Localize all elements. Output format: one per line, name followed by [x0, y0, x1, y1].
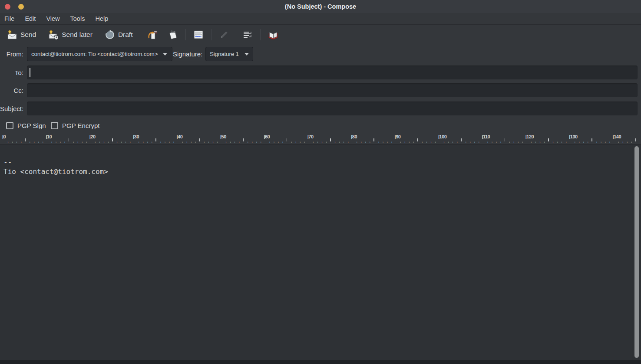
ruler-tick: ,	[409, 138, 410, 143]
ruler-tick: ,	[300, 138, 301, 143]
send-envelope-icon	[7, 30, 17, 40]
wrap-lines-button[interactable]	[239, 28, 256, 42]
ruler-tick: ,	[278, 138, 279, 143]
send-later-button[interactable]: Send later	[45, 28, 96, 42]
to-input[interactable]	[27, 66, 638, 79]
ruler-tick	[112, 138, 113, 141]
send-later-button-label: Send later	[62, 31, 93, 39]
ruler-tick: ,	[142, 138, 144, 143]
ruler-tick: |0	[2, 134, 6, 139]
vertical-scrollbar[interactable]	[632, 144, 641, 361]
ruler-tick: ,	[116, 138, 118, 143]
external-editor-button[interactable]	[215, 28, 233, 42]
ruler-tick: ,	[234, 138, 235, 143]
ruler-tick: ,	[326, 138, 327, 143]
address-book-icon	[268, 30, 278, 40]
ruler-tick: ,	[95, 138, 96, 143]
ruler-tick	[287, 138, 287, 141]
signature-select[interactable]: Signature 1	[205, 47, 253, 61]
ruler-tick: ,	[16, 138, 17, 143]
body-text: -- Tio <contact@tiotrom.com>	[3, 148, 628, 177]
chevron-down-icon	[163, 53, 167, 56]
menubar: File Edit View Tools Help	[0, 13, 641, 25]
from-account-select[interactable]: contact@tiotrom.com: Tio <contact@tiotro…	[27, 47, 172, 61]
ruler-tick: ,	[304, 138, 305, 143]
menu-edit[interactable]: Edit	[23, 14, 37, 23]
ruler-tick: ,	[173, 138, 175, 143]
ruler-tick: ,	[282, 138, 284, 143]
ruler-tick: ,	[230, 138, 231, 143]
ruler-tick: ,	[557, 138, 558, 143]
subject-input[interactable]	[27, 102, 638, 115]
ruler-tick: ,	[347, 138, 349, 143]
ruler-tick: ,	[208, 138, 209, 143]
ruler-tick: ,	[20, 138, 22, 143]
ruler-tick: ,	[195, 138, 196, 143]
send-button-label: Send	[20, 31, 36, 39]
pgp-sign-checkbox[interactable]	[6, 122, 13, 129]
ruler-tick: ,	[169, 138, 170, 143]
ruler-tick: ,	[513, 138, 515, 143]
ruler-tick: ,	[182, 138, 183, 143]
ruler-tick: ,	[565, 138, 567, 143]
menu-file[interactable]: File	[3, 14, 16, 23]
send-button[interactable]: Send	[3, 28, 40, 42]
ruler-tick: ,	[452, 138, 453, 143]
signature-label: Signature:	[173, 50, 202, 58]
ruler-tick: |110	[482, 134, 490, 139]
cc-input[interactable]	[27, 83, 638, 97]
ruler-tick: ,	[487, 138, 488, 143]
pgp-encrypt-checkbox[interactable]	[51, 122, 58, 129]
ruler-tick: ,	[125, 138, 126, 143]
ruler-tick: ,	[217, 138, 218, 143]
insert-file-button[interactable]	[144, 28, 162, 42]
ruler-tick: ,	[256, 138, 257, 143]
ruler-tick	[591, 138, 592, 141]
scrollbar-thumb[interactable]	[634, 146, 639, 358]
ruler-tick: ,	[605, 138, 606, 143]
ruler-tick: ,	[535, 138, 536, 143]
ruler-tick: ,	[509, 138, 510, 143]
ruler-tick: ,	[129, 138, 131, 143]
ruler-tick: ,	[82, 138, 83, 143]
ruler-tick: ,	[561, 138, 562, 143]
ruler-tick	[155, 138, 156, 141]
attach-file-button[interactable]	[164, 28, 182, 42]
ruler-tick: ,	[339, 138, 340, 143]
chevron-down-icon	[245, 53, 249, 56]
pgp-sign-label: PGP Sign	[17, 122, 46, 129]
ruler-tick: ,	[478, 138, 479, 143]
ruler-tick: ,	[238, 138, 240, 143]
ruler-tick: ,	[496, 138, 497, 143]
ruler-tick: ,	[313, 138, 314, 143]
menu-tools[interactable]: Tools	[69, 14, 86, 23]
ruler-tick: ,	[108, 138, 109, 143]
ruler-tick: ,	[583, 138, 584, 143]
menu-help[interactable]: Help	[94, 14, 109, 23]
ruler-tick	[417, 138, 418, 141]
draft-button[interactable]: Draft	[101, 28, 136, 42]
toolbar-separator	[140, 29, 140, 40]
ruler-tick: ,	[456, 138, 458, 143]
ruler-tick: ,	[356, 138, 357, 143]
draft-button-label: Draft	[118, 31, 133, 39]
ruler-tick: ,	[369, 138, 370, 143]
ruler-tick: ,	[273, 138, 274, 143]
cc-label: Cc:	[0, 87, 23, 94]
column-ruler: |0,,,,,,,,|10,,,,,,,,|20,,,,,,,,|30,,,,,…	[0, 133, 641, 144]
ruler-tick: ,	[204, 138, 205, 143]
ruler-tick: ,	[212, 138, 214, 143]
insert-signature-button[interactable]	[190, 28, 207, 42]
window-title: (No Subject) - Compose	[0, 0, 641, 13]
ruler-tick: ,	[103, 138, 105, 143]
ruler-tick: ,	[544, 138, 545, 143]
toolbar-separator	[211, 29, 211, 40]
window-bottom-edge	[0, 360, 641, 364]
menu-view[interactable]: View	[45, 14, 61, 23]
ruler-tick: ,	[422, 138, 423, 143]
address-book-button[interactable]	[264, 28, 282, 42]
ruler-tick: ,	[38, 138, 39, 143]
ruler-tick: ,	[164, 138, 165, 143]
ruler-tick: ,	[29, 138, 30, 143]
message-body[interactable]: -- Tio <contact@tiotrom.com>	[0, 144, 641, 360]
